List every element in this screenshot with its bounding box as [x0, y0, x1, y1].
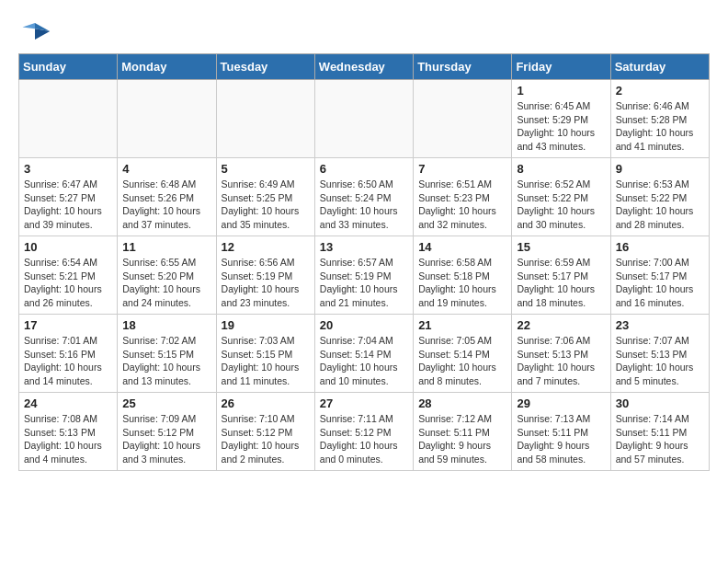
col-header-sunday: Sunday: [19, 54, 118, 80]
day-detail: Sunrise: 6:54 AMSunset: 5:21 PMDaylight:…: [24, 256, 112, 310]
day-detail: Sunrise: 6:57 AMSunset: 5:19 PMDaylight:…: [320, 256, 408, 310]
day-detail: Sunrise: 7:03 AMSunset: 5:15 PMDaylight:…: [222, 334, 310, 388]
calendar-cell: 17Sunrise: 7:01 AMSunset: 5:16 PMDayligh…: [19, 315, 118, 393]
week-row-5: 24Sunrise: 7:08 AMSunset: 5:13 PMDayligh…: [19, 393, 710, 471]
calendar-header-row: SundayMondayTuesdayWednesdayThursdayFrid…: [19, 54, 710, 80]
calendar-cell: 6Sunrise: 6:50 AMSunset: 5:24 PMDaylight…: [314, 158, 413, 236]
day-number: 30: [616, 396, 704, 410]
calendar-cell: 2Sunrise: 6:46 AMSunset: 5:28 PMDaylight…: [610, 80, 709, 158]
day-detail: Sunrise: 6:53 AMSunset: 5:22 PMDaylight:…: [616, 178, 704, 232]
day-number: 3: [24, 162, 112, 176]
calendar-cell: 28Sunrise: 7:12 AMSunset: 5:11 PMDayligh…: [414, 393, 512, 471]
day-number: 21: [418, 318, 506, 332]
calendar-cell: 4Sunrise: 6:48 AMSunset: 5:26 PMDaylight…: [118, 158, 216, 236]
day-number: 24: [24, 396, 112, 410]
calendar-cell: 5Sunrise: 6:49 AMSunset: 5:25 PMDaylight…: [216, 158, 314, 236]
day-number: 13: [320, 240, 408, 254]
day-number: 1: [517, 84, 605, 98]
svg-marker-1: [23, 23, 36, 29]
day-number: 2: [616, 84, 704, 98]
col-header-tuesday: Tuesday: [216, 54, 314, 80]
calendar-cell: 9Sunrise: 6:53 AMSunset: 5:22 PMDaylight…: [610, 158, 709, 236]
calendar-table: SundayMondayTuesdayWednesdayThursdayFrid…: [18, 53, 710, 471]
day-detail: Sunrise: 6:50 AMSunset: 5:24 PMDaylight:…: [320, 178, 408, 232]
calendar-cell: [216, 80, 314, 158]
day-detail: Sunrise: 7:12 AMSunset: 5:11 PMDaylight:…: [418, 412, 506, 466]
day-detail: Sunrise: 6:55 AMSunset: 5:20 PMDaylight:…: [122, 256, 210, 310]
day-detail: Sunrise: 7:14 AMSunset: 5:11 PMDaylight:…: [616, 412, 704, 466]
day-detail: Sunrise: 6:51 AMSunset: 5:23 PMDaylight:…: [418, 178, 506, 232]
calendar-cell: [314, 80, 413, 158]
calendar-cell: 27Sunrise: 7:11 AMSunset: 5:12 PMDayligh…: [314, 393, 413, 471]
calendar-cell: [118, 80, 216, 158]
calendar-cell: 25Sunrise: 7:09 AMSunset: 5:12 PMDayligh…: [118, 393, 216, 471]
day-detail: Sunrise: 7:11 AMSunset: 5:12 PMDaylight:…: [320, 412, 408, 466]
day-number: 23: [616, 318, 704, 332]
day-number: 8: [517, 162, 605, 176]
day-number: 27: [320, 396, 408, 410]
day-detail: Sunrise: 7:05 AMSunset: 5:14 PMDaylight:…: [418, 334, 506, 388]
day-detail: Sunrise: 6:48 AMSunset: 5:26 PMDaylight:…: [122, 178, 210, 232]
calendar-cell: 12Sunrise: 6:56 AMSunset: 5:19 PMDayligh…: [216, 236, 314, 315]
calendar-cell: 15Sunrise: 6:59 AMSunset: 5:17 PMDayligh…: [512, 236, 610, 315]
day-detail: Sunrise: 6:59 AMSunset: 5:17 PMDaylight:…: [517, 256, 605, 310]
day-number: 4: [122, 162, 210, 176]
col-header-thursday: Thursday: [414, 54, 512, 80]
day-detail: Sunrise: 7:02 AMSunset: 5:15 PMDaylight:…: [122, 334, 210, 388]
day-detail: Sunrise: 7:09 AMSunset: 5:12 PMDaylight:…: [122, 412, 210, 466]
day-number: 9: [616, 162, 704, 176]
day-number: 22: [517, 318, 605, 332]
day-detail: Sunrise: 6:47 AMSunset: 5:27 PMDaylight:…: [24, 178, 112, 232]
logo: [18, 18, 55, 44]
day-number: 28: [418, 396, 506, 410]
calendar-cell: 14Sunrise: 6:58 AMSunset: 5:18 PMDayligh…: [414, 236, 512, 315]
day-number: 5: [222, 162, 310, 176]
calendar-cell: 22Sunrise: 7:06 AMSunset: 5:13 PMDayligh…: [512, 315, 610, 393]
day-number: 15: [517, 240, 605, 254]
day-detail: Sunrise: 7:01 AMSunset: 5:16 PMDaylight:…: [24, 334, 112, 388]
day-number: 17: [24, 318, 112, 332]
calendar-cell: 1Sunrise: 6:45 AMSunset: 5:29 PMDaylight…: [512, 80, 610, 158]
day-detail: Sunrise: 7:04 AMSunset: 5:14 PMDaylight:…: [320, 334, 408, 388]
calendar-cell: 23Sunrise: 7:07 AMSunset: 5:13 PMDayligh…: [610, 315, 709, 393]
day-detail: Sunrise: 6:49 AMSunset: 5:25 PMDaylight:…: [222, 178, 310, 232]
calendar-cell: 26Sunrise: 7:10 AMSunset: 5:12 PMDayligh…: [216, 393, 314, 471]
day-number: 25: [122, 396, 210, 410]
day-number: 18: [122, 318, 210, 332]
calendar-cell: 7Sunrise: 6:51 AMSunset: 5:23 PMDaylight…: [414, 158, 512, 236]
calendar-cell: 18Sunrise: 7:02 AMSunset: 5:15 PMDayligh…: [118, 315, 216, 393]
calendar-cell: 30Sunrise: 7:14 AMSunset: 5:11 PMDayligh…: [610, 393, 709, 471]
calendar-cell: 13Sunrise: 6:57 AMSunset: 5:19 PMDayligh…: [314, 236, 413, 315]
page-header: [18, 18, 710, 44]
day-detail: Sunrise: 7:08 AMSunset: 5:13 PMDaylight:…: [24, 412, 112, 466]
calendar-cell: [414, 80, 512, 158]
day-number: 16: [616, 240, 704, 254]
calendar-cell: 10Sunrise: 6:54 AMSunset: 5:21 PMDayligh…: [19, 236, 118, 315]
week-row-1: 1Sunrise: 6:45 AMSunset: 5:29 PMDaylight…: [19, 80, 710, 158]
day-detail: Sunrise: 6:56 AMSunset: 5:19 PMDaylight:…: [222, 256, 310, 310]
calendar-cell: [19, 80, 118, 158]
day-detail: Sunrise: 7:06 AMSunset: 5:13 PMDaylight:…: [517, 334, 605, 388]
week-row-2: 3Sunrise: 6:47 AMSunset: 5:27 PMDaylight…: [19, 158, 710, 236]
calendar-cell: 29Sunrise: 7:13 AMSunset: 5:11 PMDayligh…: [512, 393, 610, 471]
calendar-cell: 3Sunrise: 6:47 AMSunset: 5:27 PMDaylight…: [19, 158, 118, 236]
day-detail: Sunrise: 7:00 AMSunset: 5:17 PMDaylight:…: [616, 256, 704, 310]
day-number: 12: [222, 240, 310, 254]
day-number: 29: [517, 396, 605, 410]
day-detail: Sunrise: 6:58 AMSunset: 5:18 PMDaylight:…: [418, 256, 506, 310]
day-detail: Sunrise: 7:13 AMSunset: 5:11 PMDaylight:…: [517, 412, 605, 466]
day-number: 19: [222, 318, 310, 332]
col-header-monday: Monday: [118, 54, 216, 80]
day-number: 7: [418, 162, 506, 176]
logo-icon: [18, 18, 51, 44]
calendar-cell: 19Sunrise: 7:03 AMSunset: 5:15 PMDayligh…: [216, 315, 314, 393]
day-number: 11: [122, 240, 210, 254]
calendar-cell: 21Sunrise: 7:05 AMSunset: 5:14 PMDayligh…: [414, 315, 512, 393]
day-number: 10: [24, 240, 112, 254]
day-number: 20: [320, 318, 408, 332]
day-detail: Sunrise: 6:45 AMSunset: 5:29 PMDaylight:…: [517, 99, 605, 154]
calendar-cell: 20Sunrise: 7:04 AMSunset: 5:14 PMDayligh…: [314, 315, 413, 393]
week-row-3: 10Sunrise: 6:54 AMSunset: 5:21 PMDayligh…: [19, 236, 710, 315]
day-detail: Sunrise: 6:46 AMSunset: 5:28 PMDaylight:…: [616, 99, 704, 154]
calendar-cell: 16Sunrise: 7:00 AMSunset: 5:17 PMDayligh…: [610, 236, 709, 315]
